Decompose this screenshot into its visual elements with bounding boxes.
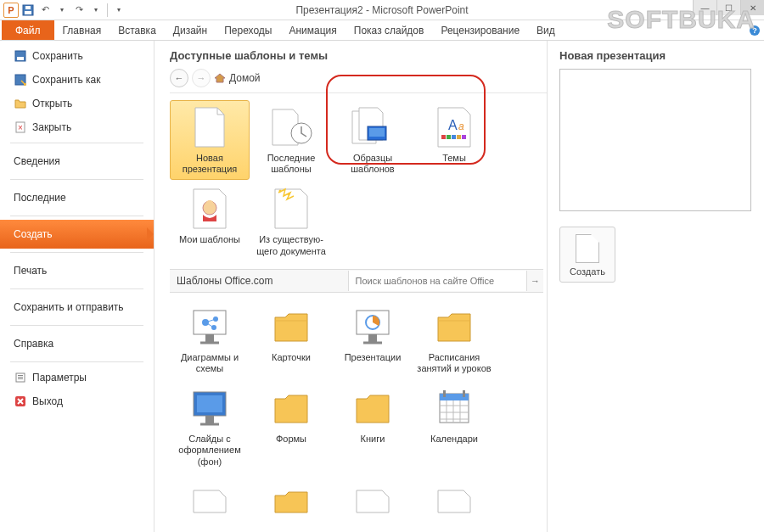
tile-slide-backgrounds[interactable]: Слайды с оформлением (фон)	[170, 381, 250, 473]
sidebar-exit[interactable]: Выход	[0, 389, 154, 413]
qat-dropdown-1[interactable]: ▾	[54, 3, 70, 18]
backstage-view: Сохранить Сохранить как Открыть × Закрыт…	[0, 41, 764, 532]
help-icon[interactable]: ?	[745, 20, 764, 40]
breadcrumb-nav: ← → Домой	[170, 69, 547, 87]
sample-templates-icon	[347, 105, 398, 149]
tile-sample-templates[interactable]: Образцы шаблонов	[333, 100, 413, 180]
tab-transitions[interactable]: Переходы	[216, 20, 280, 40]
tile-books[interactable]: Книги	[333, 381, 413, 473]
blank-page-icon	[576, 234, 599, 263]
tile-from-existing[interactable]: Из существую- щего документа	[251, 182, 331, 261]
sidebar-save[interactable]: Сохранить	[0, 44, 154, 68]
svg-rect-12	[18, 377, 23, 378]
backstage-sidebar: Сохранить Сохранить как Открыть × Закрыт…	[0, 41, 154, 532]
sidebar-recent[interactable]: Последние	[0, 183, 154, 212]
local-templates-grid: Новая презентация Последние шаблоны Обра…	[170, 93, 543, 262]
sidebar-label: Справка	[14, 338, 53, 350]
preview-panel: Новая презентация Создать	[547, 41, 764, 532]
options-icon	[14, 371, 27, 384]
sidebar-close[interactable]: × Закрыть	[0, 115, 154, 139]
tile-recent-templates[interactable]: Последние шаблоны	[251, 100, 331, 180]
minimize-button[interactable]: —	[693, 0, 716, 15]
sidebar-label: Печать	[14, 265, 47, 277]
tab-review[interactable]: Рецензирование	[432, 20, 528, 40]
svg-rect-2	[25, 6, 31, 9]
tab-home[interactable]: Главная	[54, 20, 110, 40]
tile-partial-3[interactable]	[333, 474, 413, 532]
customize-qat-dropdown[interactable]: ▾	[111, 3, 126, 18]
tile-cards[interactable]: Карточки	[251, 300, 331, 379]
office-templates-section: Шаблоны Office.com →	[170, 269, 543, 293]
open-folder-icon	[14, 97, 27, 110]
redo-icon[interactable]: ↷	[71, 3, 87, 18]
tab-slideshow[interactable]: Показ слайдов	[345, 20, 433, 40]
qat-dropdown-2[interactable]: ▾	[88, 3, 104, 18]
sidebar-new[interactable]: Создать	[0, 220, 154, 249]
tile-themes[interactable]: Aa Темы	[414, 100, 494, 180]
window-title: Презентация2 - Microsoft PowerPoint	[295, 4, 468, 16]
maximize-button[interactable]: ☐	[716, 0, 740, 15]
tile-presentations[interactable]: Презентации	[333, 300, 413, 379]
tile-my-templates[interactable]: Мои шаблоны	[170, 182, 250, 261]
create-button[interactable]: Создать	[559, 227, 615, 283]
svg-rect-11	[18, 375, 23, 376]
breadcrumb-home[interactable]: Домой	[214, 72, 261, 84]
from-existing-icon	[266, 187, 317, 231]
tile-schedules[interactable]: Расписания занятий и уроков	[414, 300, 494, 379]
save-as-icon	[14, 73, 27, 87]
sidebar-save-send[interactable]: Сохранить и отправить	[0, 293, 154, 322]
sidebar-help[interactable]: Справка	[0, 329, 154, 358]
backstage-content: Доступные шаблоны и темы ← → Домой Новая…	[154, 41, 764, 532]
templates-heading: Доступные шаблоны и темы	[170, 49, 547, 62]
tile-calendars[interactable]: Календари	[414, 381, 494, 473]
file-tab[interactable]: Файл	[2, 20, 54, 40]
close-window-button[interactable]: ✕	[740, 0, 764, 15]
tile-partial-4[interactable]	[414, 474, 494, 532]
svg-text:×: ×	[18, 123, 23, 132]
tab-design[interactable]: Дизайн	[165, 20, 216, 40]
sidebar-options[interactable]: Параметры	[0, 366, 154, 389]
svg-rect-20	[441, 135, 446, 139]
tab-insert[interactable]: Вставка	[110, 20, 165, 40]
undo-icon[interactable]: ↶	[37, 3, 53, 18]
tab-view[interactable]: Вид	[528, 20, 564, 40]
close-doc-icon: ×	[14, 120, 27, 134]
calendar-icon	[429, 386, 480, 430]
tile-partial-1[interactable]	[170, 474, 250, 532]
tab-animations[interactable]: Анимация	[280, 20, 345, 40]
tile-partial-2[interactable]	[251, 474, 331, 532]
sidebar-label: Сохранить и отправить	[14, 301, 124, 313]
svg-rect-43	[463, 390, 465, 397]
blank-page-icon	[184, 105, 235, 149]
templates-scroll-area[interactable]: Новая презентация Последние шаблоны Обра…	[170, 92, 547, 532]
nav-back-button[interactable]: ←	[170, 69, 188, 87]
sidebar-label: Сохранить как	[32, 74, 100, 86]
folder-icon	[429, 305, 480, 349]
sidebar-label: Открыть	[32, 98, 72, 109]
tile-blank-presentation[interactable]: Новая презентация	[170, 100, 250, 180]
svg-rect-6	[17, 57, 24, 60]
search-go-button[interactable]: →	[526, 271, 543, 291]
preview-heading: Новая презентация	[559, 49, 752, 62]
sidebar-label: Закрыть	[32, 121, 71, 133]
templates-panel: Доступные шаблоны и темы ← → Домой Новая…	[154, 41, 547, 532]
folder-icon	[347, 386, 398, 430]
sidebar-open[interactable]: Открыть	[0, 92, 154, 115]
tile-diagrams[interactable]: Диаграммы и схемы	[170, 300, 250, 379]
powerpoint-app-icon[interactable]: P	[3, 3, 19, 18]
sidebar-save-as[interactable]: Сохранить как	[0, 68, 154, 92]
sidebar-label: Параметры	[32, 372, 87, 384]
save-icon[interactable]	[20, 3, 36, 18]
slide-bg-icon	[184, 386, 235, 430]
svg-point-28	[288, 193, 290, 196]
title-bar: P ↶ ▾ ↷ ▾ ▾ Презентация2 - Microsoft Pow…	[0, 0, 764, 20]
svg-rect-17	[369, 128, 385, 137]
template-search-input[interactable]	[348, 271, 527, 291]
tile-forms[interactable]: Формы	[251, 381, 331, 473]
recent-templates-icon	[266, 105, 317, 149]
sidebar-print[interactable]: Печать	[0, 256, 154, 285]
nav-forward-button[interactable]: →	[192, 69, 211, 87]
sidebar-info[interactable]: Сведения	[0, 147, 154, 176]
svg-text:?: ?	[752, 26, 757, 35]
svg-rect-13	[18, 378, 23, 379]
